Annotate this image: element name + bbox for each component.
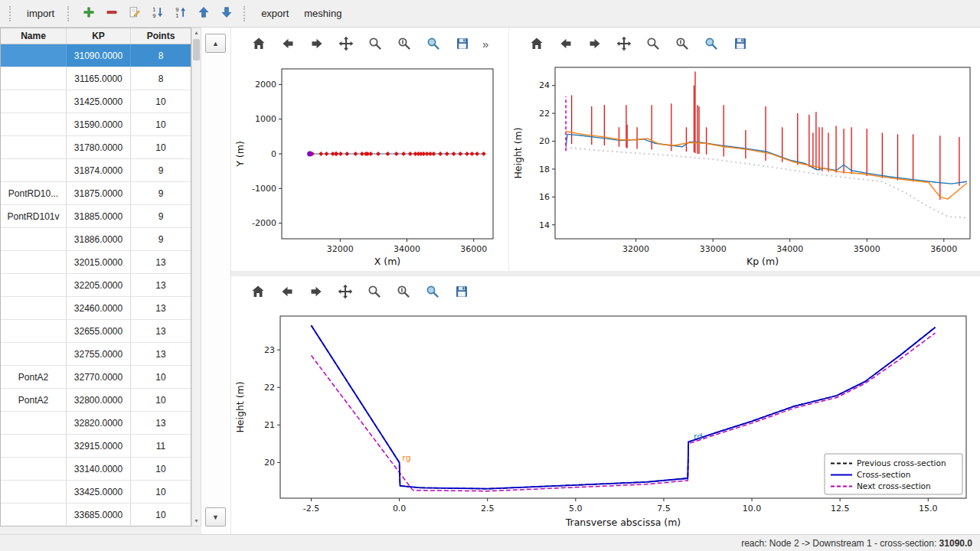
plan-view-chart[interactable]: 320003400036000-2000-1000010002000X (m)Y… — [233, 60, 502, 271]
table-row[interactable]: 31886.00009 — [1, 228, 191, 251]
table-row[interactable]: 32915.000011 — [1, 435, 191, 458]
table-body: 31090.0000831165.0000831425.00001031590.… — [1, 44, 191, 527]
column-header-points[interactable]: Points — [131, 28, 191, 44]
zoom-info-button[interactable] — [671, 34, 691, 54]
cell-name — [1, 228, 67, 250]
meshing-button[interactable]: meshing — [297, 4, 348, 23]
scrollbar-thumb[interactable] — [193, 39, 200, 60]
cell-kp: 32205.0000 — [67, 274, 131, 296]
back-button[interactable] — [277, 34, 297, 54]
horizontal-divider — [231, 271, 980, 276]
cross-section-chart[interactable]: rgrd-2.50.02.55.07.510.012.515.020212223… — [233, 308, 975, 532]
main-toolbar: import 1991 export meshing — [0, 0, 980, 28]
edit-icons-group: 1991 — [78, 3, 237, 24]
zoom-region-button[interactable] — [423, 282, 443, 302]
longitudinal-profile-chart[interactable]: 3200033000340003500036000141618202224Kp … — [511, 60, 978, 271]
pan-button[interactable] — [613, 34, 633, 54]
table-row[interactable]: 33685.000010 — [1, 504, 191, 527]
cell-kp: 31590.0000 — [67, 113, 131, 135]
table-row[interactable]: 32205.000013 — [1, 274, 191, 297]
application-window: import 1991 export meshing Name KP Point… — [0, 0, 980, 551]
forward-icon — [309, 284, 324, 302]
add-button[interactable] — [78, 3, 100, 24]
back-icon — [279, 36, 296, 51]
export-button[interactable]: export — [254, 4, 296, 23]
table-row[interactable]: 32820.000013 — [1, 412, 191, 435]
table-row[interactable]: 33425.000010 — [1, 481, 191, 504]
home-button[interactable] — [248, 282, 268, 302]
scroll-down-arrow-icon[interactable]: ▼ — [192, 517, 201, 526]
remove-button[interactable] — [101, 3, 122, 24]
zoom-region-button[interactable] — [701, 34, 720, 54]
forward-button[interactable] — [306, 34, 326, 54]
table-row[interactable]: 31090.00008 — [1, 44, 191, 67]
page-down-button[interactable]: ▼ — [205, 507, 226, 527]
cell-name: PontRD101v — [1, 205, 67, 227]
svg-text:1: 1 — [152, 7, 155, 13]
forward-button[interactable] — [584, 34, 604, 54]
move-down-button[interactable] — [216, 3, 237, 24]
table-row[interactable]: 32755.000013 — [1, 343, 191, 366]
save-button[interactable] — [452, 282, 472, 302]
table-row[interactable]: 31874.00009 — [1, 159, 191, 182]
pan-button[interactable] — [335, 34, 355, 54]
table-row[interactable]: 32655.000013 — [1, 320, 191, 343]
zoom-region-button[interactable] — [423, 34, 443, 54]
svg-text:36000: 36000 — [930, 244, 957, 254]
table-row[interactable]: PontA232800.000010 — [1, 389, 191, 412]
back-icon — [557, 36, 573, 51]
cell-kp: 31886.0000 — [67, 228, 131, 250]
status-bar: reach: Node 2 -> Downstream 1 - cross-se… — [0, 534, 980, 551]
zoom-info-button[interactable] — [394, 282, 413, 302]
pan-button[interactable] — [335, 282, 355, 302]
table-row[interactable]: PontRD101v31885.00009 — [1, 205, 191, 228]
cell-points: 10 — [131, 389, 191, 411]
cell-name — [1, 136, 67, 158]
cell-name — [1, 297, 67, 319]
table-row[interactable]: 31425.000010 — [1, 90, 191, 113]
zoom-button[interactable] — [642, 34, 662, 54]
toolbar-overflow-chevron[interactable]: » — [482, 37, 488, 51]
zoom-info-button[interactable] — [394, 34, 413, 54]
cell-name — [1, 159, 67, 181]
remove-icon — [105, 5, 119, 21]
cell-points: 13 — [131, 412, 191, 434]
table-row[interactable]: PontA232770.000010 — [1, 366, 191, 389]
forward-button[interactable] — [306, 282, 326, 302]
cell-kp: 31165.0000 — [67, 67, 131, 90]
move-up-button[interactable] — [193, 3, 214, 24]
home-button[interactable] — [526, 34, 546, 54]
table-scrollbar[interactable]: ▲ ▼ — [191, 28, 201, 527]
svg-text:7.5: 7.5 — [657, 504, 671, 514]
page-up-button[interactable]: ▲ — [205, 34, 226, 53]
cell-name — [1, 343, 67, 365]
zoom-button[interactable] — [364, 282, 384, 302]
column-header-name[interactable]: Name — [1, 28, 67, 44]
table-row[interactable]: 32460.000013 — [1, 297, 191, 320]
save-button[interactable] — [452, 34, 472, 54]
pan-icon — [614, 35, 632, 52]
table-row[interactable]: 33140.000010 — [1, 458, 191, 481]
svg-text:5.0: 5.0 — [569, 504, 583, 514]
import-button[interactable]: import — [20, 4, 61, 23]
table-row[interactable]: 31780.000010 — [1, 136, 191, 159]
table-row[interactable]: 31165.00008 — [1, 67, 191, 90]
sort-asc-button[interactable]: 19 — [147, 3, 168, 24]
back-button[interactable] — [555, 34, 575, 54]
column-header-kp[interactable]: KP — [67, 28, 131, 44]
sort-desc-button[interactable]: 91 — [170, 3, 191, 24]
cell-name — [1, 412, 67, 434]
scroll-up-arrow-icon[interactable]: ▲ — [192, 28, 201, 37]
table-row[interactable]: PontRD10...31875.00009 — [1, 182, 191, 205]
home-button[interactable] — [248, 34, 268, 54]
back-button[interactable] — [277, 282, 297, 302]
toolbar-grip — [67, 6, 72, 21]
edit-button[interactable] — [124, 3, 145, 24]
svg-text:35000: 35000 — [854, 244, 880, 254]
svg-text:Next cross-section: Next cross-section — [857, 481, 931, 491]
table-row[interactable]: 31590.000010 — [1, 113, 191, 136]
zoom-button[interactable] — [364, 34, 384, 54]
table-row[interactable]: 32015.000013 — [1, 251, 191, 274]
svg-text:9: 9 — [175, 7, 178, 13]
save-button[interactable] — [730, 34, 750, 54]
